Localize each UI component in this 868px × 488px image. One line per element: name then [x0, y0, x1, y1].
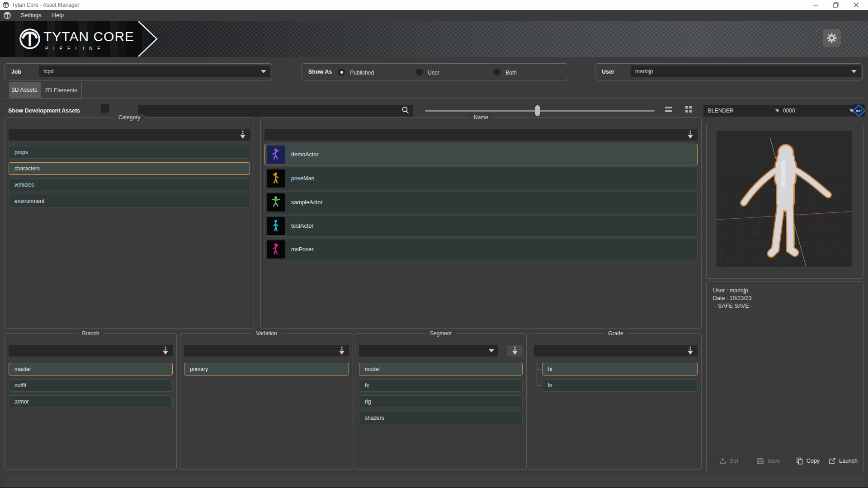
name-item[interactable]: msPoser — [264, 239, 698, 260]
grade-item[interactable]: lo — [542, 379, 698, 392]
restore-button[interactable] — [826, 0, 846, 10]
info-date-line: Date : 10/23/23 — [713, 295, 754, 302]
user-label: User — [602, 69, 614, 75]
asset-thumbnail — [267, 193, 285, 211]
brand-logo-icon — [19, 28, 41, 50]
branch-filter-input[interactable] — [9, 345, 173, 357]
sort-icon[interactable] — [238, 130, 247, 139]
close-icon — [854, 2, 859, 8]
chevron-down-icon — [489, 349, 494, 352]
app-icon — [3, 2, 9, 8]
wip-badge-text: WIP — [856, 109, 861, 112]
grade-item[interactable]: hi — [542, 363, 698, 375]
show-as-label: Show As — [308, 69, 332, 75]
category-panel: Category props characters vehicles envir… — [5, 117, 254, 329]
save-button-label: Save — [767, 458, 780, 464]
name-filter-input[interactable] — [264, 129, 698, 141]
set-button[interactable]: Set — [710, 455, 747, 467]
variation-item[interactable]: primary — [184, 363, 349, 375]
brand-banner: TYTAN CORE PIPELINE — [0, 21, 868, 57]
close-button[interactable] — [846, 0, 866, 10]
menu-help[interactable]: Help — [47, 12, 69, 19]
copy-icon — [796, 457, 803, 465]
radio-published-label: Published — [350, 70, 374, 76]
segment-filter-dropdown[interactable] — [359, 345, 498, 357]
segment-item[interactable]: model — [359, 363, 523, 375]
search-input[interactable] — [138, 105, 413, 117]
job-dropdown[interactable]: tcpd — [39, 66, 270, 77]
name-item[interactable]: sampleActor — [264, 192, 698, 213]
tree-connector — [537, 369, 541, 370]
info-safesave-line: - SAFE SAVE - — [713, 302, 754, 310]
chevron-down-icon — [851, 70, 857, 73]
sort-icon[interactable] — [686, 130, 695, 139]
settings-gear-button[interactable] — [823, 29, 841, 47]
brand-title: TYTAN CORE — [43, 29, 134, 44]
search-icon — [401, 106, 410, 114]
category-item[interactable]: vehicles — [9, 178, 250, 191]
asset-preview-image — [717, 131, 852, 267]
radio-both[interactable]: Both — [494, 69, 517, 76]
job-label: Job — [11, 69, 21, 75]
grid-view-icon — [685, 106, 692, 113]
segment-sort-button[interactable] — [507, 345, 523, 357]
variation-panel-title: Variation — [251, 330, 281, 337]
branch-item[interactable]: armor — [9, 395, 173, 408]
version-select-value: 0000 — [783, 108, 795, 114]
sort-icon[interactable] — [686, 346, 695, 355]
minimize-button[interactable] — [805, 0, 826, 10]
name-item[interactable]: poseMan — [264, 168, 698, 189]
tab-2d-elements[interactable]: 2D Elements — [40, 82, 82, 99]
segment-item[interactable]: rig — [359, 395, 523, 408]
set-button-label: Set — [730, 458, 738, 464]
tab-3d-assets[interactable]: 3D Assets — [9, 82, 40, 98]
thumbnail-size-slider[interactable] — [425, 110, 655, 112]
category-panel-title: Category — [114, 114, 145, 121]
sort-icon[interactable] — [161, 346, 170, 355]
app-select-dropdown[interactable]: BLENDER — [703, 105, 785, 117]
grade-filter-input[interactable] — [534, 345, 698, 357]
menu-settings[interactable]: Settings — [15, 12, 47, 19]
set-icon — [719, 457, 726, 465]
minimize-icon — [813, 2, 818, 8]
radio-published[interactable]: Published — [338, 69, 374, 76]
version-select-dropdown[interactable]: 0000 — [778, 105, 859, 117]
branch-item[interactable]: outfit — [9, 379, 173, 392]
user-value: mariojp — [635, 68, 653, 75]
asset-name: msPoser — [291, 246, 313, 253]
radio-user-circle — [416, 69, 423, 75]
wip-badge-button[interactable]: WIP — [853, 104, 865, 117]
copy-button[interactable]: Copy — [792, 455, 824, 467]
category-item[interactable]: environment — [9, 195, 250, 207]
thumbnail-size-slider-handle[interactable] — [535, 105, 540, 116]
name-item[interactable]: testActor — [264, 215, 698, 237]
window-title: Tytan Core - Asset Manager — [12, 2, 79, 8]
status-bar — [4, 477, 864, 487]
grid-view-button[interactable] — [685, 106, 692, 113]
category-filter-input[interactable] — [9, 129, 250, 141]
category-item[interactable]: characters — [9, 162, 250, 175]
sort-icon[interactable] — [337, 346, 346, 355]
restore-icon — [833, 2, 839, 8]
user-dropdown[interactable]: mariojp — [631, 66, 861, 77]
banner-chevron — [130, 21, 159, 57]
list-view-button[interactable] — [665, 106, 672, 113]
branch-item[interactable]: master — [9, 363, 173, 375]
save-button[interactable]: Save — [750, 455, 787, 467]
branch-panel: Branch master outfit armor — [5, 333, 177, 470]
wip-diamond-icon: WIP — [853, 104, 865, 117]
segment-item[interactable]: shaders — [359, 412, 523, 424]
copy-button-label: Copy — [807, 458, 820, 464]
asset-name: sampleActor — [291, 199, 322, 206]
variation-filter-input[interactable] — [184, 345, 349, 357]
segment-item[interactable]: fx — [359, 379, 523, 392]
preview-panel — [706, 124, 863, 279]
name-item[interactable]: demoActor — [264, 144, 698, 165]
asset-name: demoActor — [291, 151, 318, 158]
radio-user[interactable]: User — [416, 69, 439, 76]
list-view-icon — [665, 107, 672, 108]
category-item[interactable]: props — [9, 146, 250, 159]
launch-button[interactable]: Launch — [826, 455, 860, 467]
show-dev-assets-label: Show Development Assets — [8, 108, 80, 114]
show-dev-assets-checkbox[interactable] — [101, 104, 109, 113]
